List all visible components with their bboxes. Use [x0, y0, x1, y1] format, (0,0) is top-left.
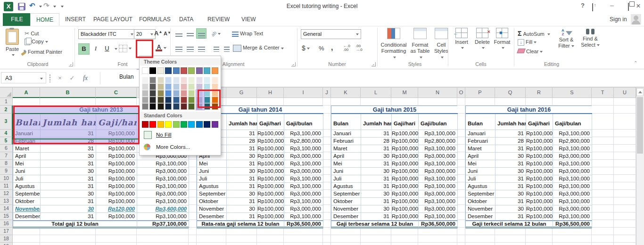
find-select-button[interactable]: Find & Select	[579, 29, 602, 48]
cell[interactable]: Rp100,000	[96, 183, 137, 190]
cell[interactable]: 31	[361, 160, 392, 168]
row-header-5[interactable]: 5	[0, 137, 13, 145]
column-header-G[interactable]: G	[226, 88, 257, 98]
cell[interactable]: Rp100,000	[392, 153, 419, 160]
cell[interactable]: 30	[227, 205, 257, 213]
cell[interactable]: Rp100,000	[526, 138, 553, 145]
theme-shade-swatch[interactable]	[165, 103, 172, 110]
cell[interactable]: 31	[361, 213, 392, 220]
cell[interactable]: April	[466, 153, 495, 160]
number-dialog-launcher[interactable]	[372, 62, 376, 66]
cell[interactable]: 31	[41, 198, 96, 205]
cell[interactable]: Rp100,000	[392, 175, 419, 183]
cell[interactable]: Rp3,000,000	[137, 168, 189, 175]
grow-font-button[interactable]: A▲	[154, 30, 162, 37]
cell[interactable]: April	[331, 153, 361, 160]
cell[interactable]: Rp100,000	[96, 190, 137, 198]
help-icon[interactable]	[578, 2, 587, 10]
cell[interactable]: Rp100,000	[392, 190, 419, 198]
cell[interactable]: 30	[361, 168, 392, 175]
cell[interactable]: Rp3,000,000	[419, 190, 458, 198]
collapse-ribbon-chevron[interactable]: ⌃	[634, 60, 637, 65]
wrap-text-button[interactable]: Wrap Text	[232, 31, 263, 37]
theme-shade-swatch[interactable]	[181, 103, 187, 110]
cell[interactable]: September	[466, 190, 495, 198]
theme-shade-swatch[interactable]	[181, 97, 187, 103]
column-header-H[interactable]: H	[257, 88, 284, 98]
cell[interactable]: Rp3,100,000	[284, 175, 323, 183]
cell[interactable]: Rp100,000	[526, 190, 553, 198]
cell[interactable]: Rp100,000	[526, 213, 553, 220]
row-header-18[interactable]: 18	[0, 235, 13, 243]
cell[interactable]: Rp3,100,000	[284, 145, 323, 153]
row-header-7[interactable]: 7	[0, 152, 13, 160]
cell[interactable]: 31	[227, 130, 257, 138]
theme-shade-swatch[interactable]	[165, 97, 172, 103]
insert-cells-button[interactable]: ← Insert	[452, 28, 471, 50]
theme-shade-swatch[interactable]	[173, 90, 180, 97]
cell[interactable]: Rp100,000	[96, 138, 137, 145]
cell[interactable]: Rp3,000,000	[137, 190, 189, 198]
tab-insert[interactable]: INSERT	[59, 13, 91, 26]
theme-shade-swatch[interactable]	[181, 77, 187, 83]
column-header-Q[interactable]: Q	[495, 88, 526, 98]
cell[interactable]: Desember	[466, 213, 495, 220]
column-header-M[interactable]: M	[391, 88, 418, 98]
cell[interactable]: Rp3,100,000	[284, 160, 323, 168]
cell[interactable]: Rp3,100,000	[553, 130, 592, 138]
column-header-I[interactable]: I	[284, 88, 323, 98]
theme-shade-swatch[interactable]	[142, 97, 149, 103]
cell[interactable]: 28	[495, 138, 526, 145]
cell[interactable]: Rp100,000	[257, 175, 284, 183]
cell[interactable]: Juni	[466, 168, 495, 175]
column-header-O[interactable]: O	[457, 88, 465, 98]
cell[interactable]: 31	[41, 213, 96, 220]
font-size-combo[interactable]: 20	[134, 29, 156, 39]
theme-shade-swatch[interactable]	[196, 77, 203, 83]
copy-button[interactable]: Copy	[25, 39, 48, 45]
theme-shade-swatch[interactable]	[173, 83, 180, 90]
theme-shade-swatch[interactable]	[204, 77, 210, 83]
cell[interactable]: 30	[495, 153, 526, 160]
standard-color-swatch-9[interactable]	[212, 121, 218, 128]
column-header-N[interactable]: N	[418, 88, 457, 98]
theme-shade-swatch[interactable]	[212, 83, 218, 90]
format-as-table-button[interactable]: Format as Table	[409, 28, 431, 60]
cell[interactable]: Februari	[331, 138, 361, 145]
header-cell[interactable]: Jumlah hari	[361, 114, 392, 130]
cell[interactable]: Rp3,000,000	[553, 190, 592, 198]
theme-shade-swatch[interactable]	[157, 90, 164, 97]
cell[interactable]: Juli	[13, 175, 41, 183]
cell[interactable]: 30	[41, 168, 96, 175]
theme-shade-swatch[interactable]	[142, 90, 149, 97]
theme-shade-swatch[interactable]	[157, 83, 164, 90]
cell[interactable]: Desember	[13, 213, 41, 220]
sort-filter-button[interactable]: AZ Sort & Filter	[555, 29, 577, 49]
cell[interactable]: Februari	[466, 138, 495, 145]
header-cell[interactable]: Gaji/bulan	[553, 114, 592, 130]
avatar[interactable]	[631, 14, 641, 24]
cell[interactable]: Rp100,000	[96, 153, 137, 160]
cell[interactable]: Rp3,600,000	[137, 205, 189, 213]
cell[interactable]: 30	[495, 190, 526, 198]
cell[interactable]: 31	[495, 198, 526, 205]
theme-shade-swatch[interactable]	[149, 83, 156, 90]
theme-shade-swatch[interactable]	[157, 77, 164, 83]
sign-in-link[interactable]: Sign in	[610, 16, 627, 23]
theme-color-swatch-1[interactable]	[149, 67, 156, 74]
theme-shade-swatch[interactable]	[149, 103, 156, 110]
footer-value[interactable]: Rp36,500,000	[553, 220, 592, 228]
bottom-align-button[interactable]	[196, 28, 206, 39]
cell[interactable]: Rp3,000,000	[553, 205, 592, 213]
cell[interactable]: Rp3,000,000	[553, 168, 592, 175]
theme-shade-swatch[interactable]	[212, 103, 218, 110]
cell-styles-button[interactable]: Cell Styles	[433, 28, 450, 60]
cell[interactable]: 31	[227, 183, 257, 190]
conditional-formatting-button[interactable]: Conditional Formatting	[380, 28, 407, 60]
cell[interactable]: 28	[41, 138, 96, 145]
cell[interactable]: Rp3,100,000	[419, 145, 458, 153]
theme-shade-swatch[interactable]	[173, 77, 180, 83]
orientation-button[interactable]	[211, 31, 221, 36]
cell[interactable]: Rp100,000	[392, 138, 419, 145]
theme-shade-swatch[interactable]	[188, 103, 195, 110]
